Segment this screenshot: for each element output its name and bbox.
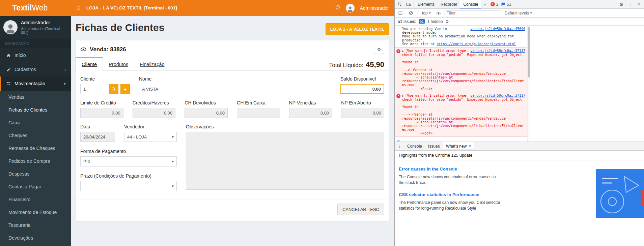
deployment-guide-link[interactable]: https://vuejs.org/guide/deployment.html — [437, 42, 516, 46]
nome-input[interactable] — [139, 84, 331, 94]
close-devtools-icon[interactable]: × — [635, 2, 643, 7]
feature-item: CSS selector statistics in Performance T… — [399, 192, 502, 212]
source-link[interactable]: vendor.js?id=50cfc0a…:37117 — [470, 49, 525, 53]
feature-title-link[interactable]: Error causes in the Console — [399, 166, 502, 172]
console-scrollbar[interactable] — [527, 26, 530, 142]
np-aberto-label: NP Em Aberto — [341, 100, 384, 105]
sidebar-item-caixa[interactable]: Caixa — [0, 116, 71, 129]
add-client-button[interactable]: + — [120, 84, 130, 94]
nome-label: Nome — [139, 76, 331, 82]
creditos-field-group: Créditos/Haveres — [133, 100, 176, 118]
terminal-title: LOJA - 1 A VELOZ TEXTIL [Terminal - 001] — [86, 5, 177, 10]
prazo-select[interactable]: ▾ — [80, 181, 177, 191]
ch-devolvidos-label: CH Devolvidos — [185, 100, 228, 105]
console-prompt[interactable]: > — [395, 137, 530, 142]
drawer-tab-console[interactable]: Console — [404, 142, 425, 150]
error-count-badge[interactable]: × 2 — [491, 2, 499, 7]
topbar-username[interactable]: Administrador — [360, 5, 389, 11]
sidebar-item-vendas[interactable]: Vendas — [0, 91, 71, 103]
context-selector[interactable]: top ▾ — [420, 11, 432, 16]
sidebar-item-pedidos-de-compra[interactable]: Pedidos de Compra — [0, 155, 71, 167]
sidebar-item-cheques[interactable]: Cheques — [0, 129, 71, 142]
settings-gear-icon[interactable]: ⚙ — [617, 2, 626, 7]
tab-bar: Cliente Produtos Finalização Total Líqui… — [76, 57, 389, 71]
data-label: Data — [80, 124, 115, 129]
log-levels-selector[interactable]: Default levels ▾ — [503, 11, 534, 16]
logo-bold: Textil — [12, 3, 32, 12]
drawer-tab-whats-new[interactable]: What's new × — [443, 142, 474, 150]
live-expression-eye-icon[interactable] — [434, 9, 443, 17]
sidebar-item-tesouraria[interactable]: Tesouraria — [0, 219, 71, 232]
main-area: ≡ LOJA - 1 A VELOZ TEXTIL [Terminal - 00… — [71, 0, 394, 246]
issues-settings-gear-icon[interactable]: ⚙ — [445, 19, 449, 24]
devtools-tabbar: Elements Recorder Console » × 2 51 ⚙ ⋮ × — [395, 0, 644, 9]
console-sidebar-toggle-icon[interactable] — [396, 9, 405, 17]
more-tabs-icon[interactable]: » — [481, 2, 487, 7]
sidebar-item-inicio[interactable]: Início — [0, 48, 71, 62]
cliente-form: Cliente + Nome — [76, 71, 389, 191]
prazo-label: Prazo (Condições de Pagamento) — [80, 173, 177, 179]
tab-elements[interactable]: Elements — [415, 0, 438, 8]
device-toolbar-icon[interactable] — [404, 0, 413, 8]
console-filter-input[interactable] — [445, 10, 501, 16]
tab-produtos[interactable]: Produtos — [103, 57, 134, 71]
close-tab-icon[interactable]: × — [469, 144, 471, 149]
sidebar-item-financeiro[interactable]: Financeiro — [0, 193, 71, 206]
eye-icon — [80, 47, 87, 52]
observacoes-textarea — [186, 132, 384, 190]
forma-pagamento-field-group: Forma de Pagamento PIX ▾ — [80, 149, 177, 166]
user-name: Administrador — [21, 20, 67, 25]
page-head: Fichas de Clientes LOJA 1 - A VELOZ TEXT… — [76, 20, 389, 35]
feature-item: Error causes in the Console The Console … — [399, 166, 502, 186]
prazo-field-group: Prazo (Condições de Pagamento) ▾ — [80, 173, 177, 191]
ch-caixa-field-group: CH Em Caixa — [237, 100, 280, 118]
drawer-tab-issues[interactable]: Issues — [425, 142, 443, 150]
store-button[interactable]: LOJA 1 - A VELOZ TEXTIL — [326, 23, 389, 35]
scrollbar-thumb[interactable] — [528, 27, 530, 78]
tab-cliente[interactable]: Cliente — [76, 57, 103, 71]
kebab-menu-icon[interactable]: ⋮ — [626, 2, 635, 7]
issues-count-badge[interactable]: 51 — [419, 19, 425, 24]
ch-devolvidos-field-group: CH Devolvidos — [185, 100, 228, 118]
search-button[interactable] — [109, 84, 118, 94]
sidebar-item-cadastros[interactable]: Cadastros ‹ — [0, 62, 71, 76]
sidebar-item-movimentacao[interactable]: Movimentação ▾ — [0, 76, 71, 91]
tab-recorder[interactable]: Recorder — [438, 0, 460, 8]
settings-button[interactable]: ⚙ — [374, 45, 384, 54]
app-root: TextilWeb Administrador Administrador (T… — [0, 0, 644, 246]
drawer-kebab-icon[interactable]: ⋮ — [395, 142, 404, 150]
limite-label: Limite de Crédito — [80, 100, 123, 105]
sidebar-item-movimento-de-estoque[interactable]: Movimento de Estoque — [0, 206, 71, 219]
tab-console[interactable]: Console — [460, 0, 481, 8]
forma-pagamento-select[interactable]: PIX ▾ — [80, 156, 177, 166]
cliente-input[interactable] — [80, 84, 109, 94]
vendedor-select[interactable]: 44 - LOJA ▾ — [124, 132, 177, 142]
sidebar-item-depositos-clientes[interactable]: Depósitos Clientes — [0, 244, 71, 246]
refresh-icon[interactable] — [335, 5, 340, 11]
hamburger-menu-icon[interactable]: ≡ — [71, 4, 86, 12]
sidebar-user-panel: Administrador Administrador (Terminal 00… — [0, 16, 71, 39]
sidebar-item-fichas-de-clientes[interactable]: Fichas de Clientes — [0, 103, 71, 116]
app-logo[interactable]: TextilWeb — [0, 0, 71, 16]
source-link[interactable]: vendor.js?id=50cfc0a…:45090 — [470, 27, 525, 31]
saldo-input[interactable] — [340, 84, 384, 94]
inspect-element-icon[interactable] — [395, 0, 404, 8]
tab-finalizacao[interactable]: Finalização — [134, 57, 170, 71]
topbar-avatar[interactable] — [346, 4, 355, 12]
card-title: Venda: 83826 — [80, 46, 126, 53]
expand-triangle-icon[interactable]: ▶ — [402, 50, 404, 53]
expand-triangle-icon[interactable]: ▶ — [402, 94, 404, 97]
sidebar-item-devolucoes[interactable]: Devoluções — [0, 232, 71, 244]
message-count-badge[interactable]: 51 — [501, 2, 511, 7]
whats-new-body: Error causes in the Console The Console … — [395, 160, 644, 246]
feature-title-link[interactable]: CSS selector statistics in Performance — [399, 192, 502, 197]
sidebar-item-contas-a-pagar[interactable]: Contas a Pagar — [0, 180, 71, 193]
sidebar-item-remessa-de-cheques[interactable]: Remessa de Cheques — [0, 142, 71, 155]
cancel-button[interactable]: CANCELAR - ESC — [337, 204, 384, 215]
source-link[interactable]: vendor.js?id=50cfc0a…:37117 — [470, 94, 525, 97]
vendedor-label: Vendedor — [124, 124, 177, 129]
sidebar-item-despesas[interactable]: Despesas — [0, 167, 71, 180]
clear-console-icon[interactable] — [407, 9, 415, 17]
np-vencidas-label: NP Vencidas — [289, 100, 332, 105]
card-head: Venda: 83826 ⚙ — [76, 40, 389, 57]
